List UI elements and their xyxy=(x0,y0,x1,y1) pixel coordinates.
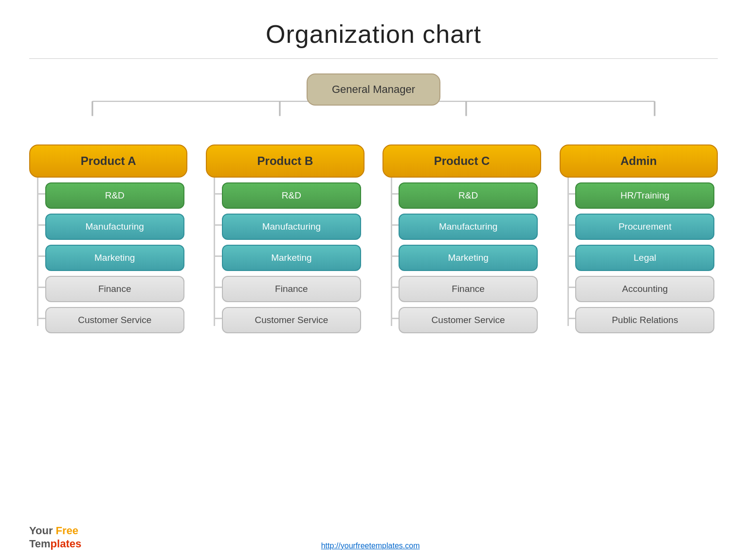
sub-item-product-b-4: Customer Service xyxy=(222,307,361,333)
sub-item-row-admin-2: Legal xyxy=(560,240,718,271)
sub-item-product-b-0: R&D xyxy=(222,182,361,209)
sub-item-row-product-b-2: Marketing xyxy=(206,240,364,271)
dept-header-product-b: Product B xyxy=(206,145,364,178)
sub-item-row-admin-3: Accounting xyxy=(560,271,718,302)
sub-item-row-admin-0: HR/Training xyxy=(560,178,718,209)
gm-row: General Manager xyxy=(29,73,718,106)
sub-item-row-product-a-0: R&D xyxy=(29,178,187,209)
sub-items-admin: HR/TrainingProcurementLegalAccountingPub… xyxy=(560,178,718,333)
sub-item-product-a-1: Manufacturing xyxy=(45,214,184,240)
sub-item-product-b-3: Finance xyxy=(222,276,361,302)
dept-header-product-c: Product C xyxy=(383,145,541,178)
sub-item-row-product-c-3: Finance xyxy=(383,271,541,302)
dept-column-admin: AdminHR/TrainingProcurementLegalAccounti… xyxy=(560,145,718,333)
sub-item-admin-1: Procurement xyxy=(575,214,714,240)
sub-item-row-product-a-2: Marketing xyxy=(29,240,187,271)
sub-item-row-product-c-4: Customer Service xyxy=(383,302,541,333)
dept-column-product-b: Product BR&DManufacturingMarketingFinanc… xyxy=(206,145,364,333)
sub-item-row-product-c-2: Marketing xyxy=(383,240,541,271)
sub-items-product-b: R&DManufacturingMarketingFinanceCustomer… xyxy=(206,178,364,333)
sub-items-product-c: R&DManufacturingMarketingFinanceCustomer… xyxy=(383,178,541,333)
dept-header-admin: Admin xyxy=(560,145,718,178)
sub-item-product-a-4: Customer Service xyxy=(45,307,184,333)
logo-free: Free xyxy=(56,524,78,537)
chart-area: General Manager Product AR&DManufacturin… xyxy=(0,59,747,353)
dept-column-product-a: Product AR&DManufacturingMarketingFinanc… xyxy=(29,145,187,333)
logo-your: Your xyxy=(29,524,53,537)
dept-column-product-c: Product CR&DManufacturingMarketingFinanc… xyxy=(383,145,541,333)
sub-item-product-b-2: Marketing xyxy=(222,245,361,271)
sub-item-row-admin-1: Procurement xyxy=(560,209,718,240)
sub-item-product-a-0: R&D xyxy=(45,182,184,209)
sub-item-admin-0: HR/Training xyxy=(575,182,714,209)
logo-tem: Tem xyxy=(29,538,51,550)
sub-item-product-c-1: Manufacturing xyxy=(399,214,538,240)
sub-item-product-c-3: Finance xyxy=(399,276,538,302)
footer-url[interactable]: http://yourfreetemplates.com xyxy=(81,542,659,550)
sub-item-row-product-b-0: R&D xyxy=(206,178,364,209)
sub-item-row-product-a-4: Customer Service xyxy=(29,302,187,333)
gm-box: General Manager xyxy=(307,73,440,106)
page-title: Organization chart xyxy=(0,0,747,58)
sub-item-product-a-3: Finance xyxy=(45,276,184,302)
sub-item-row-product-a-3: Finance xyxy=(29,271,187,302)
sub-item-row-product-b-1: Manufacturing xyxy=(206,209,364,240)
sub-item-row-product-b-4: Customer Service xyxy=(206,302,364,333)
sub-item-product-b-1: Manufacturing xyxy=(222,214,361,240)
columns-row: Product AR&DManufacturingMarketingFinanc… xyxy=(29,145,718,333)
sub-item-product-a-2: Marketing xyxy=(45,245,184,271)
footer: Your Free Templates http://yourfreetempl… xyxy=(0,524,747,550)
sub-item-row-product-a-1: Manufacturing xyxy=(29,209,187,240)
logo-plates: plates xyxy=(51,538,82,550)
sub-item-admin-4: Public Relations xyxy=(575,307,714,333)
sub-items-product-a: R&DManufacturingMarketingFinanceCustomer… xyxy=(29,178,187,333)
sub-item-product-c-2: Marketing xyxy=(399,245,538,271)
sub-item-row-product-b-3: Finance xyxy=(206,271,364,302)
sub-item-product-c-4: Customer Service xyxy=(399,307,538,333)
sub-item-admin-2: Legal xyxy=(575,245,714,271)
dept-header-product-a: Product A xyxy=(29,145,187,178)
sub-item-row-product-c-0: R&D xyxy=(383,178,541,209)
footer-logo: Your Free Templates xyxy=(29,524,81,550)
sub-item-admin-3: Accounting xyxy=(575,276,714,302)
sub-item-product-c-0: R&D xyxy=(399,182,538,209)
sub-item-row-admin-4: Public Relations xyxy=(560,302,718,333)
sub-item-row-product-c-1: Manufacturing xyxy=(383,209,541,240)
